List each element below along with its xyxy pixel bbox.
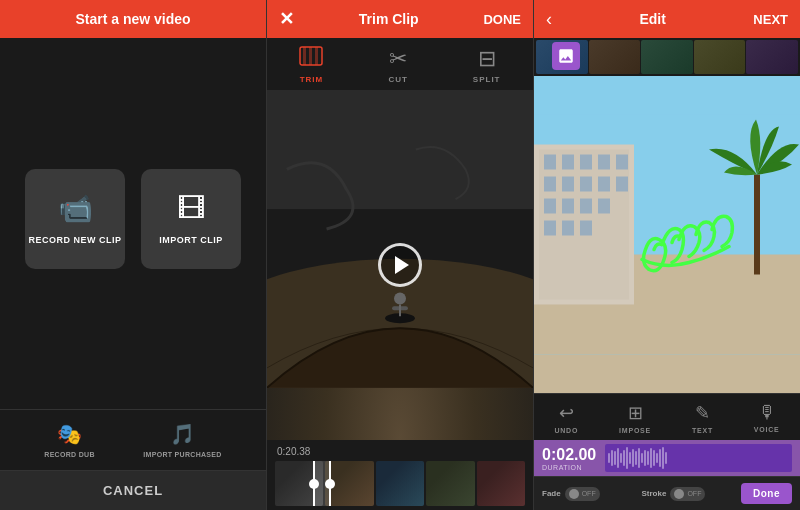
panel1-bottom: 🎭 RECORD DUB 🎵 IMPORT PURCHASED <box>0 409 266 470</box>
tab-cut-label: CUT <box>388 75 407 84</box>
import-clip-label: IMPORT CLIP <box>159 235 223 245</box>
svg-rect-31 <box>580 221 592 236</box>
text-tool[interactable]: ✎ TEXT <box>692 402 713 434</box>
record-new-clip-button[interactable]: 📹 RECORD NEW CLIP <box>25 169 125 269</box>
waveform-bar <box>638 448 640 468</box>
fade-toggle[interactable]: OFF <box>565 487 600 501</box>
trim-icon <box>299 46 323 72</box>
panel-trim-clip: ✕ Trim Clip DONE TRIM ✂ CUT ⊟ SPLIT <box>266 0 534 510</box>
record-dub-label: RECORD DUB <box>44 451 94 458</box>
impose-tool[interactable]: ⊞ IMPOSE <box>619 402 651 434</box>
svg-rect-18 <box>598 155 610 170</box>
stroke-toggle-dot <box>674 489 684 499</box>
stroke-toggle-group: Stroke OFF <box>642 487 732 501</box>
waveform-bar <box>623 450 625 466</box>
svg-rect-26 <box>562 199 574 214</box>
waveform-bars <box>605 444 792 472</box>
waveform-bar <box>641 453 643 463</box>
split-icon: ⊟ <box>478 46 496 72</box>
voice-tool[interactable]: 🎙 VOICE <box>754 402 780 434</box>
svg-rect-21 <box>562 177 574 192</box>
waveform-bar <box>608 453 610 463</box>
fade-label: Fade <box>542 489 561 498</box>
svg-rect-27 <box>580 199 592 214</box>
timeline-strip[interactable] <box>275 461 525 506</box>
timeline-thumb-3 <box>376 461 424 506</box>
svg-rect-30 <box>562 221 574 236</box>
svg-rect-28 <box>598 199 610 214</box>
tab-split-label: SPLIT <box>473 75 501 84</box>
timeline-handle[interactable] <box>313 461 331 506</box>
duration-label: DURATION <box>542 464 597 471</box>
edit-scene <box>534 76 800 393</box>
waveform-bar <box>659 449 661 467</box>
stroke-toggle[interactable]: OFF <box>670 487 705 501</box>
waveform-bar <box>665 452 667 464</box>
import-clip-button[interactable]: 🎞 IMPORT CLIP <box>141 169 241 269</box>
tab-trim-label: TRIM <box>300 75 324 84</box>
video-art <box>267 90 533 388</box>
record-dub-button[interactable]: 🎭 RECORD DUB <box>44 422 94 458</box>
waveform-bar <box>611 450 613 467</box>
handle-dot-left <box>309 479 319 489</box>
undo-tool[interactable]: ↩ UNDO <box>554 402 578 434</box>
waveform-bar <box>656 453 658 464</box>
cut-icon: ✂ <box>389 46 407 72</box>
record-new-clip-label: RECORD NEW CLIP <box>29 235 122 245</box>
svg-rect-29 <box>544 221 556 236</box>
svg-rect-5 <box>267 90 533 209</box>
cancel-button[interactable]: CANCEL <box>0 470 266 510</box>
panel1-buttons-row: 📹 RECORD NEW CLIP 🎞 IMPORT CLIP <box>25 169 241 269</box>
panel1-main: 📹 RECORD NEW CLIP 🎞 IMPORT CLIP <box>0 38 266 409</box>
waveform-bar <box>635 451 637 465</box>
waveform-bar <box>644 450 646 467</box>
timeline-timestamp: 0:20.38 <box>275 446 525 457</box>
import-purchased-button[interactable]: 🎵 IMPORT PURCHASED <box>143 422 221 458</box>
waveform-bar <box>650 448 652 467</box>
film-thumb-4 <box>694 40 746 74</box>
svg-rect-16 <box>562 155 574 170</box>
image-icon <box>557 47 575 65</box>
tab-split[interactable]: ⊟ SPLIT <box>473 46 501 84</box>
tab-cut[interactable]: ✂ CUT <box>388 46 407 84</box>
panel3-header: ‹ Edit NEXT <box>534 0 800 38</box>
image-overlay-icon[interactable] <box>552 42 580 70</box>
waveform-bar <box>653 450 655 466</box>
record-dub-icon: 🎭 <box>57 422 82 446</box>
svg-rect-2 <box>309 47 312 65</box>
waveform-bar <box>632 449 634 467</box>
waveform-bar <box>617 448 619 467</box>
timeline-thumb-5 <box>477 461 525 506</box>
panel2-video <box>267 90 533 440</box>
panel3-title: Edit <box>639 11 665 27</box>
film-thumb-3 <box>641 40 693 74</box>
waveform-bar <box>662 447 664 469</box>
svg-rect-22 <box>580 177 592 192</box>
svg-rect-19 <box>616 155 628 170</box>
svg-rect-15 <box>544 155 556 170</box>
svg-rect-25 <box>544 199 556 214</box>
impose-icon: ⊞ <box>628 402 643 424</box>
done-button-panel2[interactable]: DONE <box>483 12 521 27</box>
waveform-bar <box>626 447 628 469</box>
handle-dot-right <box>325 479 335 489</box>
waveform-bar <box>647 451 649 464</box>
back-button[interactable]: ‹ <box>546 9 552 30</box>
done-button-panel3[interactable]: Done <box>741 483 792 504</box>
fade-state: OFF <box>582 490 596 497</box>
play-button[interactable] <box>378 243 422 287</box>
text-icon: ✎ <box>695 402 710 424</box>
panel3-bottom: Fade OFF Stroke OFF Done <box>534 476 800 510</box>
import-purchased-label: IMPORT PURCHASED <box>143 451 221 458</box>
duration-time: 0:02.00 <box>542 446 597 464</box>
duration-waveform <box>605 444 792 472</box>
next-button[interactable]: NEXT <box>753 12 788 27</box>
close-button[interactable]: ✕ <box>279 8 294 30</box>
panel3-main-video <box>534 76 800 393</box>
svg-rect-23 <box>598 177 610 192</box>
tab-trim[interactable]: TRIM <box>299 46 323 84</box>
stroke-state: OFF <box>687 490 701 497</box>
waveform-bar <box>614 451 616 464</box>
panel2-tabs: TRIM ✂ CUT ⊟ SPLIT <box>267 38 533 90</box>
svg-rect-32 <box>754 175 760 275</box>
